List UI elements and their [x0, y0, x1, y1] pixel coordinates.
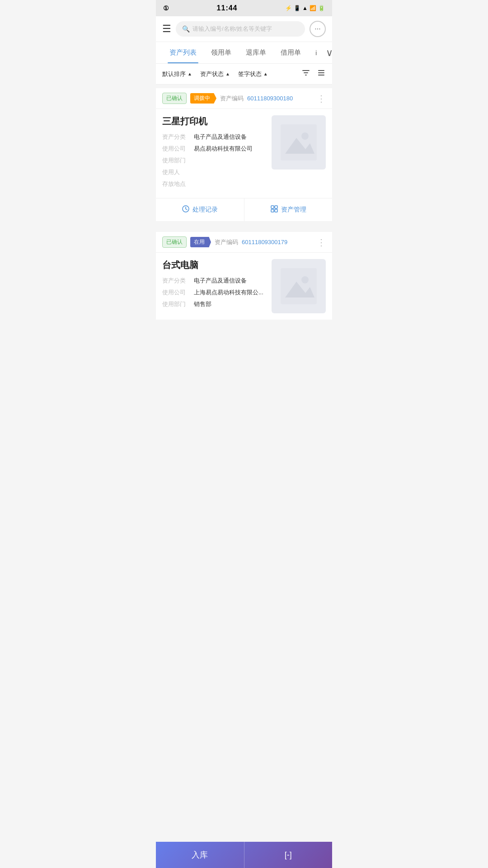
asset-name-1: 三星打印机 [162, 115, 266, 127]
bracket-label: [-] [285, 850, 292, 860]
info-value-category-2: 电子产品及通信设备 [194, 277, 247, 285]
card-2-body: 台式电脑 资产分类 电子产品及通信设备 使用公司 上海易点易动科技有限公... … [156, 253, 332, 320]
confirmed-badge-2: 已确认 [162, 236, 187, 248]
battery-icon: 🔋 [318, 5, 325, 11]
svg-rect-7 [271, 206, 274, 208]
search-bar[interactable]: 🔍 请输入编号/名称/姓名等关键字 [176, 21, 305, 37]
svg-point-12 [301, 276, 309, 283]
svg-rect-1 [318, 72, 324, 73]
filter-sort[interactable]: 默认排序 ▲ [162, 70, 192, 78]
card-1-info: 三星打印机 资产分类 电子产品及通信设备 使用公司 易点易动科技有限公司 使用部… [162, 115, 266, 192]
tab-i[interactable]: i [308, 42, 324, 63]
tab-requisition[interactable]: 领用单 [204, 42, 239, 63]
info-label-company-1: 使用公司 [162, 145, 194, 153]
filter-bar: 默认排序 ▲ 资产状态 ▲ 签字状态 ▲ [156, 64, 332, 85]
card-2-more-btn[interactable]: ⋮ [317, 237, 326, 248]
process-record-btn-1[interactable]: 处理记录 [156, 198, 244, 221]
info-row-category-1: 资产分类 电子产品及通信设备 [162, 133, 266, 141]
card-1-header: 已确认 调拨中 资产编码 60111809300180 ⋮ [156, 88, 332, 109]
inbound-label: 入库 [192, 849, 208, 860]
info-label-location-1: 存放地点 [162, 180, 194, 188]
info-row-company-2: 使用公司 上海易点易动科技有限公... [162, 288, 266, 297]
svg-rect-9 [271, 209, 274, 212]
svg-point-4 [301, 132, 309, 140]
tab-asset-list[interactable]: 资产列表 [162, 42, 204, 63]
filter-list-icon[interactable] [317, 68, 326, 80]
info-value-category-1: 电子产品及通信设备 [194, 133, 247, 141]
filter-asset-status-label: 资产状态 [200, 70, 224, 78]
asset-name-2: 台式电脑 [162, 259, 266, 271]
message-icon[interactable]: ··· [310, 21, 326, 37]
tab-bar: 资产列表 领用单 退库单 借用单 i ∨ [156, 42, 332, 64]
bluetooth-icon: ⚡ [285, 5, 292, 11]
asset-manage-icon [270, 205, 278, 215]
header: ☰ 🔍 请输入编号/名称/姓名等关键字 ··· [156, 16, 332, 42]
tab-borrow[interactable]: 借用单 [273, 42, 308, 63]
asset-code-label-1: 资产编码 [220, 94, 244, 103]
svg-rect-0 [318, 70, 324, 71]
filter-asset-status[interactable]: 资产状态 ▲ [200, 70, 230, 78]
status-icons: ⚡ 📱 ▲ 📶 🔋 [285, 5, 325, 11]
status-indicator: ① [163, 5, 169, 12]
filter-sort-label: 默认排序 [162, 70, 186, 78]
info-label-user-1: 使用人 [162, 168, 194, 176]
filter-sort-arrow: ▲ [188, 71, 192, 76]
inbound-btn[interactable]: 入库 [156, 842, 244, 868]
message-dots-icon: ··· [314, 25, 320, 33]
filter-asset-status-arrow: ▲ [225, 71, 230, 76]
divider [156, 225, 332, 228]
info-label-dept-1: 使用部门 [162, 156, 194, 165]
filter-funnel-icon[interactable] [301, 68, 310, 80]
card-2-header: 已确认 在用 资产编码 60111809300179 ⋮ [156, 232, 332, 253]
phone-icon: 📱 [294, 5, 300, 11]
filter-action-icons [301, 68, 326, 80]
asset-image-2 [272, 259, 326, 313]
card-1-actions: 处理记录 资产管理 [156, 198, 332, 221]
card-1-body: 三星打印机 资产分类 电子产品及通信设备 使用公司 易点易动科技有限公司 使用部… [156, 109, 332, 198]
signal-icon: 📶 [310, 5, 316, 11]
search-icon: 🔍 [182, 25, 190, 33]
asset-code-value-2: 60111809300179 [242, 239, 287, 245]
info-label-company-2: 使用公司 [162, 288, 194, 297]
info-value-dept-2: 销售部 [194, 300, 211, 308]
info-row-user-1: 使用人 [162, 168, 266, 176]
asset-image-1 [272, 115, 326, 170]
info-value-company-2: 上海易点易动科技有限公... [194, 288, 263, 297]
svg-rect-10 [275, 209, 277, 212]
info-row-location-1: 存放地点 [162, 180, 266, 188]
status-bar: ① 11:44 ⚡ 📱 ▲ 📶 🔋 [156, 0, 332, 16]
status-badge-1: 调拨中 [190, 93, 216, 104]
card-2-info: 台式电脑 资产分类 电子产品及通信设备 使用公司 上海易点易动科技有限公... … [162, 259, 266, 313]
asset-manage-btn-1[interactable]: 资产管理 [244, 198, 333, 221]
status-time: 11:44 [217, 4, 238, 12]
svg-rect-2 [318, 75, 324, 75]
card-1-more-btn[interactable]: ⋮ [317, 93, 326, 104]
info-label-category-1: 资产分类 [162, 133, 194, 141]
process-record-label-1: 处理记录 [192, 206, 218, 214]
filter-sign-status-arrow: ▲ [263, 71, 268, 76]
menu-icon[interactable]: ☰ [162, 24, 171, 34]
info-label-dept-2: 使用部门 [162, 300, 194, 308]
process-record-icon [182, 205, 190, 215]
asset-code-label-2: 资产编码 [215, 238, 238, 246]
asset-manage-label-1: 资产管理 [281, 206, 306, 214]
filter-sign-status[interactable]: 签字状态 ▲ [238, 70, 268, 78]
bracket-btn[interactable]: [-] [244, 842, 333, 868]
asset-code-value-1: 60111809300180 [247, 95, 293, 102]
wifi-icon: ▲ [302, 5, 308, 11]
tab-return[interactable]: 退库单 [239, 42, 273, 63]
tab-expand-icon[interactable]: ∨ [324, 42, 332, 63]
info-value-company-1: 易点易动科技有限公司 [194, 145, 253, 153]
info-row-category-2: 资产分类 电子产品及通信设备 [162, 277, 266, 285]
status-badge-2: 在用 [190, 237, 211, 247]
info-label-category-2: 资产分类 [162, 277, 194, 285]
svg-rect-8 [275, 206, 277, 208]
filter-sign-status-label: 签字状态 [238, 70, 262, 78]
info-row-dept-1: 使用部门 [162, 156, 266, 165]
asset-card-1: 已确认 调拨中 资产编码 60111809300180 ⋮ 三星打印机 资产分类… [156, 88, 332, 221]
search-input[interactable]: 请输入编号/名称/姓名等关键字 [192, 25, 272, 33]
confirmed-badge-1: 已确认 [162, 93, 187, 104]
asset-card-2: 已确认 在用 资产编码 60111809300179 ⋮ 台式电脑 资产分类 电… [156, 232, 332, 320]
info-row-dept-2: 使用部门 销售部 [162, 300, 266, 308]
bottom-bar: 入库 [-] [156, 842, 332, 868]
